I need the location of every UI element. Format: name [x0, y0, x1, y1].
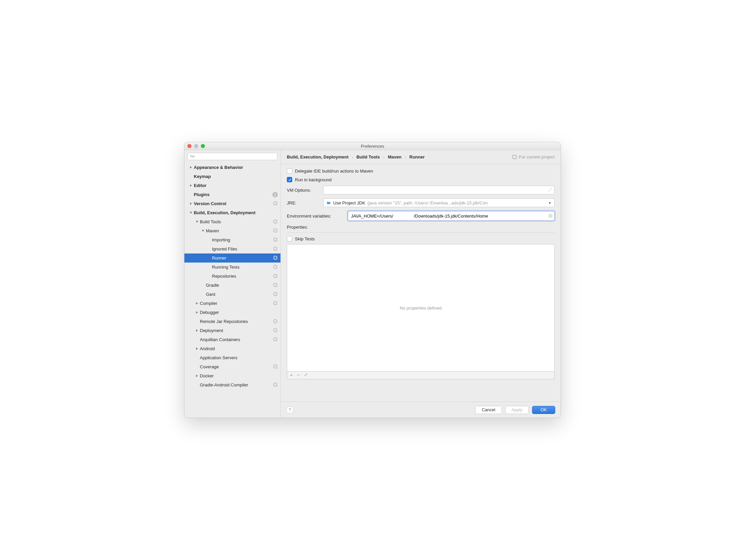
sidebar-item-label: Editor	[194, 183, 278, 188]
window-controls	[187, 144, 205, 148]
settings-tree[interactable]: Appearance & BehaviorKeymapEditorPlugins…	[185, 162, 281, 418]
chevron-right-icon: ›	[352, 155, 353, 159]
chevron-right-icon	[195, 374, 198, 378]
sidebar-item[interactable]: Coverage	[185, 362, 281, 371]
jre-value-prefix: Use Project JDK	[333, 200, 365, 205]
close-icon[interactable]	[187, 144, 191, 148]
sidebar-item[interactable]: Deployment	[185, 326, 281, 335]
project-scope-icon	[273, 247, 278, 252]
chevron-right-icon: ›	[383, 155, 385, 159]
chevron-down-icon: ▼	[548, 201, 552, 205]
jre-value-detail: (java version "15", path: /Users/ /Downl…	[367, 200, 487, 205]
sidebar-item-label: Runner	[212, 256, 273, 261]
zoom-icon[interactable]	[201, 144, 205, 148]
skip-tests-checkbox[interactable]: Skip Tests	[287, 236, 555, 241]
sidebar-item-label: Build Tools	[200, 219, 273, 224]
sidebar-item[interactable]: Plugins1	[185, 190, 281, 199]
env-vars-label: Environment variables:	[287, 213, 344, 219]
sidebar-item[interactable]: Arquillian Containers	[185, 335, 281, 344]
vm-options-input[interactable]	[323, 186, 555, 194]
sidebar-item[interactable]: Repositories	[185, 272, 281, 281]
cancel-button[interactable]: Cancel	[475, 406, 501, 414]
sidebar-item[interactable]: Maven	[185, 226, 281, 235]
project-scope-icon	[273, 337, 278, 342]
sidebar-item[interactable]: Editor	[185, 181, 281, 190]
project-scope-icon	[273, 328, 278, 333]
sidebar-item[interactable]: Gradle-Android Compiler	[185, 381, 281, 390]
expand-icon[interactable]	[548, 188, 552, 193]
add-icon[interactable]: +	[290, 372, 293, 377]
chevron-right-icon	[195, 329, 198, 332]
sidebar-item[interactable]: Application Servers	[185, 353, 281, 362]
project-scope-icon	[273, 238, 278, 242]
sidebar-item-label: Debugger	[200, 310, 278, 315]
delegate-checkbox[interactable]: Delegate IDE build/run actions to Maven	[287, 168, 555, 173]
edit-icon[interactable]	[304, 372, 309, 377]
project-scope-icon	[273, 220, 278, 224]
project-scope-icon	[273, 383, 278, 388]
sidebar-item[interactable]: Keymap	[185, 172, 281, 181]
sidebar-item[interactable]: Docker	[185, 371, 281, 381]
sidebar-item-label: Remote Jar Repositories	[200, 319, 273, 324]
search-field[interactable]	[196, 154, 275, 159]
folder-icon	[326, 201, 331, 205]
sidebar-item-label: Repositories	[212, 274, 273, 279]
sidebar: ▾ Appearance & BehaviorKeymapEditorPlugi…	[185, 150, 281, 418]
sidebar-item[interactable]: Build, Execution, Deployment	[185, 208, 281, 217]
sidebar-item[interactable]: Gant	[185, 290, 281, 299]
project-scope-icon	[273, 301, 278, 306]
project-scope-icon	[273, 201, 278, 206]
ok-button[interactable]: OK	[532, 406, 555, 414]
sidebar-item-label: Plugins	[194, 192, 272, 197]
jre-select[interactable]: Use Project JDK (java version "15", path…	[323, 198, 555, 207]
dialog-footer: ? Cancel Apply OK	[281, 401, 560, 418]
sidebar-item[interactable]: Runner	[185, 254, 281, 263]
project-scope-icon	[273, 283, 278, 288]
project-scope-icon	[273, 365, 278, 369]
env-vars-input[interactable]	[348, 211, 555, 221]
help-button[interactable]: ?	[286, 406, 294, 414]
sidebar-item[interactable]: Running Tests	[185, 263, 281, 272]
crumb-1: Build Tools	[356, 155, 380, 160]
properties-table[interactable]: No properties defined	[287, 244, 555, 372]
arrow-spacer	[207, 248, 210, 251]
arrow-spacer	[207, 266, 210, 269]
sidebar-item-label: Arquillian Containers	[200, 337, 273, 342]
search-input[interactable]: ▾	[187, 153, 278, 160]
sidebar-item[interactable]: Importing	[185, 235, 281, 244]
sidebar-item[interactable]: Appearance & Behavior	[185, 163, 281, 172]
checkbox-icon	[287, 177, 292, 182]
content-pane: Build, Execution, Deployment › Build Too…	[281, 150, 560, 418]
sidebar-item-label: Running Tests	[212, 265, 273, 270]
project-scope-icon	[273, 292, 278, 297]
sidebar-item-label: Version Control	[194, 201, 273, 206]
chevron-down-icon	[201, 229, 204, 233]
arrow-spacer	[195, 384, 198, 387]
sidebar-item-label: Gant	[206, 292, 273, 297]
apply-button[interactable]: Apply	[505, 406, 529, 414]
remove-icon[interactable]: −	[297, 372, 300, 377]
sidebar-item[interactable]: Ignored Files	[185, 244, 281, 254]
properties-empty-text: No properties defined	[400, 305, 441, 310]
sidebar-item[interactable]: Android	[185, 344, 281, 353]
arrow-spacer	[207, 275, 210, 278]
sidebar-item[interactable]: Compiler	[185, 299, 281, 308]
sidebar-item[interactable]: Gradle	[185, 281, 281, 290]
sidebar-item-label: Ignored Files	[212, 246, 273, 252]
env-vars-field[interactable]	[348, 213, 547, 219]
background-checkbox[interactable]: Run in background	[287, 177, 555, 182]
list-icon[interactable]	[547, 213, 554, 218]
sidebar-item[interactable]: Build Tools	[185, 217, 281, 226]
sidebar-item-label: Compiler	[200, 301, 273, 306]
minimize-icon[interactable]	[194, 144, 198, 148]
preferences-window: Preferences ▾ Appearance & BehaviorKeyma…	[184, 142, 561, 418]
for-current-project: For current project	[512, 155, 555, 160]
chevron-down-icon: ▾	[193, 155, 195, 158]
sidebar-item[interactable]: Debugger	[185, 308, 281, 317]
sidebar-item[interactable]: Remote Jar Repositories	[185, 317, 281, 326]
delegate-label: Delegate IDE build/run actions to Maven	[295, 168, 373, 173]
chevron-down-icon	[189, 211, 192, 215]
sidebar-item[interactable]: Version Control	[185, 199, 281, 208]
sidebar-item-label: Gradle	[206, 283, 273, 288]
window-title: Preferences	[185, 144, 560, 149]
